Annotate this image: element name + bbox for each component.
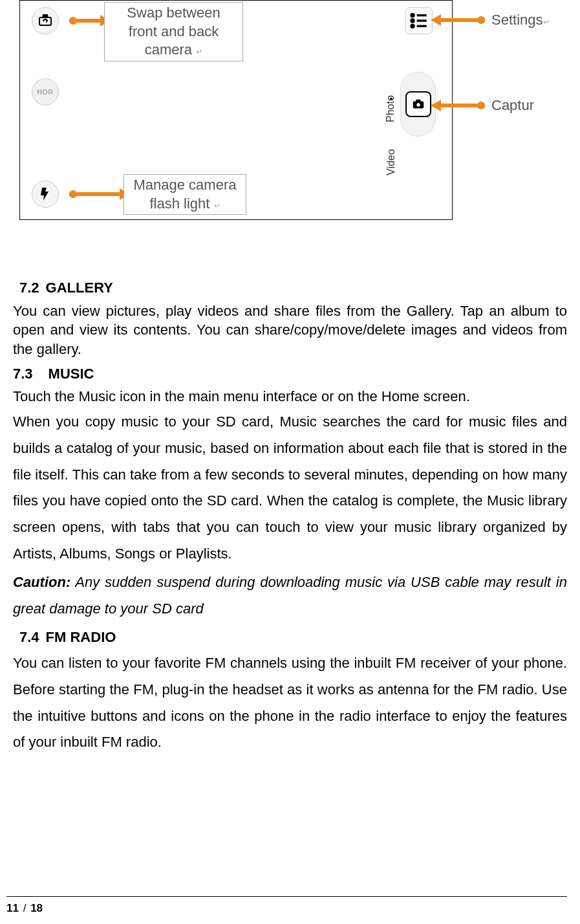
svg-point-5 — [411, 25, 414, 27]
heading-7-3: 7.3 MUSIC — [13, 364, 567, 384]
heading-title: MUSIC — [48, 364, 94, 384]
fm-radio-paragraph: You can listen to your favorite FM chann… — [13, 650, 567, 756]
arrow-icon — [440, 18, 485, 22]
arrow-icon — [69, 192, 121, 196]
svg-point-1 — [411, 14, 414, 17]
heading-7-4: 7.4 FM RADIO — [13, 628, 567, 647]
capture-label: Captur — [491, 97, 534, 114]
video-label: Video — [385, 149, 397, 175]
heading-number: 7.2 — [19, 278, 39, 298]
callout-text: Manage camera flash light — [134, 177, 237, 212]
svg-point-3 — [411, 19, 414, 22]
hdr-label: HDR — [37, 88, 53, 96]
heading-number: 7.4 — [19, 628, 39, 647]
settings-label: Settings↵ — [491, 12, 550, 28]
photo-label: Photo — [385, 95, 396, 122]
swap-camera-icon — [32, 7, 59, 34]
heading-7-2: 7.2 GALLERY — [13, 278, 567, 298]
heading-title: FM RADIO — [46, 628, 116, 647]
arrow-icon — [69, 19, 102, 23]
camera-annotated-figure: Swap between front and back camera ↵ HDR… — [19, 0, 453, 220]
swap-camera-callout: Swap between front and back camera ↵ — [104, 2, 243, 61]
page-current: 11 — [6, 902, 19, 914]
gallery-paragraph: You can view pictures, play videos and s… — [13, 302, 567, 359]
page-number: 11 / 18 — [6, 902, 43, 915]
footer-divider — [6, 896, 567, 897]
flash-icon — [32, 181, 59, 208]
page-total: 18 — [30, 902, 43, 914]
svg-rect-0 — [39, 17, 51, 25]
music-caution: Caution: Any sudden suspend during downl… — [13, 569, 567, 622]
camera-icon — [405, 91, 431, 117]
heading-title: GALLERY — [46, 278, 113, 298]
music-paragraph-2: When you copy music to your SD card, Mus… — [13, 409, 567, 567]
arrow-icon — [440, 104, 485, 107]
page-sep: / — [23, 902, 27, 914]
hdr-icon: HDR — [32, 78, 59, 105]
music-paragraph-1: Touch the Music icon in the main menu in… — [13, 387, 567, 406]
caution-body: Any sudden suspend during downloading mu… — [13, 574, 567, 617]
svg-rect-9 — [416, 100, 420, 102]
caution-label: Caution: — [13, 574, 70, 590]
heading-number: 7.3 — [13, 364, 33, 384]
settings-icon — [405, 7, 433, 34]
callout-text: Swap between front and back camera — [127, 5, 220, 58]
svg-point-8 — [416, 103, 420, 107]
flash-callout: Manage camera flash light ↵ — [124, 174, 246, 215]
document-body: 7.2 GALLERY You can view pictures, play … — [13, 278, 567, 756]
